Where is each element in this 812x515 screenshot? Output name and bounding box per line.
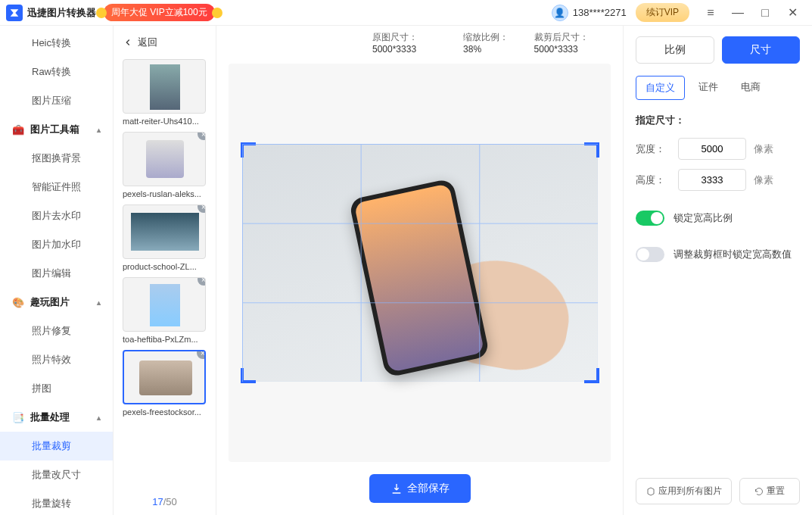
thumbnail-item[interactable]: × toa-heftiba-PxLZm... xyxy=(123,277,207,344)
lock-crop-toggle[interactable] xyxy=(636,247,664,262)
thumbnail-panel: 返回 matt-reiter-Uhs410... × pexels-ruslan… xyxy=(114,26,216,515)
section-title-size: 指定尺寸： xyxy=(636,114,800,127)
sidebar-item-batch-resize[interactable]: 批量改尺寸 xyxy=(0,460,113,489)
mode-tab-ratio[interactable]: 比例 xyxy=(636,36,714,64)
chevron-up-icon: ▴ xyxy=(97,126,101,134)
crop-handle-br[interactable] xyxy=(584,368,599,383)
thumbnail-name: pexels-freestocksor... xyxy=(123,407,206,417)
sub-tab-ecom[interactable]: 电商 xyxy=(732,76,770,100)
scale-value: 38% xyxy=(463,44,481,55)
lock-ratio-label: 锁定宽高比例 xyxy=(674,211,733,225)
sidebar: Heic转换 Raw转换 图片压缩 🧰图片工具箱 ▴ 抠图换背景 智能证件照 图… xyxy=(0,26,114,515)
sidebar-group-fun[interactable]: 🎨趣玩图片 ▴ xyxy=(0,288,113,317)
maximize-icon[interactable]: □ xyxy=(751,2,779,23)
thumbnail-item[interactable]: × product-school-ZL... xyxy=(123,204,207,271)
unit-label: 像素 xyxy=(754,142,773,156)
title-bar: 迅捷图片转换器 周年大促 VIP立减100元 👤 138****2271 续订V… xyxy=(0,0,812,26)
minimize-icon[interactable]: — xyxy=(724,2,751,23)
apply-all-button[interactable]: 应用到所有图片 xyxy=(636,478,732,504)
sidebar-group-label: 图片工具箱 xyxy=(30,123,79,136)
sidebar-item-raw[interactable]: Raw转换 xyxy=(0,58,113,86)
sidebar-group-label: 趣玩图片 xyxy=(30,295,70,309)
sidebar-item-compress[interactable]: 图片压缩 xyxy=(0,86,113,115)
lock-crop-label: 调整裁剪框时锁定宽高数值 xyxy=(674,248,792,261)
width-label: 宽度： xyxy=(636,142,678,156)
cube-icon xyxy=(646,487,655,496)
crop-area[interactable] xyxy=(242,144,598,382)
thumbnail-item[interactable]: × pexels-ruslan-aleks... xyxy=(123,132,207,198)
sub-tab-custom[interactable]: 自定义 xyxy=(636,76,685,100)
thumbnail-name: toa-heftiba-PxLZm... xyxy=(123,335,206,344)
lock-ratio-toggle[interactable] xyxy=(636,211,664,226)
apply-all-label: 应用到所有图片 xyxy=(658,485,722,498)
original-size-value: 5000*3333 xyxy=(372,44,416,55)
crop-size-value: 5000*3333 xyxy=(534,44,578,55)
menu-icon[interactable]: ≡ xyxy=(697,2,724,23)
back-button[interactable]: 返回 xyxy=(114,26,216,59)
user-phone: 138****2271 xyxy=(573,7,627,18)
download-icon xyxy=(390,482,403,495)
sidebar-item-heic[interactable]: Heic转换 xyxy=(0,29,113,58)
sub-tab-id[interactable]: 证件 xyxy=(689,76,727,100)
sidebar-group-label: 批量处理 xyxy=(30,410,70,424)
sidebar-item-collage[interactable]: 拼图 xyxy=(0,374,113,403)
app-title: 迅捷图片转换器 xyxy=(27,6,96,20)
chevron-left-icon xyxy=(123,37,133,48)
crop-size-label: 裁剪后尺寸： xyxy=(534,32,589,42)
sidebar-item-cutout[interactable]: 抠图换背景 xyxy=(0,144,113,173)
thumbnail-counter: 17/50 xyxy=(114,488,216,515)
crop-handle-bl[interactable] xyxy=(241,368,256,383)
thumbnail-name: matt-reiter-Uhs410... xyxy=(123,117,206,126)
width-input[interactable] xyxy=(678,138,746,160)
sidebar-item-batch-rotate[interactable]: 批量旋转 xyxy=(0,489,113,515)
sidebar-item-effects[interactable]: 照片特效 xyxy=(0,345,113,374)
sidebar-group-toolbox[interactable]: 🧰图片工具箱 ▴ xyxy=(0,115,113,144)
thumb-close-icon[interactable]: × xyxy=(197,350,206,359)
sidebar-item-edit[interactable]: 图片编辑 xyxy=(0,259,113,288)
batch-icon: 📑 xyxy=(12,412,24,423)
save-all-label: 全部保存 xyxy=(407,482,450,495)
promo-badge[interactable]: 周年大促 VIP立减100元 xyxy=(104,4,215,21)
thumbnail-item[interactable]: matt-reiter-Uhs410... xyxy=(123,59,207,126)
scale-label: 缩放比例： xyxy=(463,32,509,42)
counter-current: 17 xyxy=(152,496,163,507)
user-avatar[interactable]: 👤 xyxy=(552,5,568,21)
app-logo xyxy=(6,5,23,21)
original-size-label: 原图尺寸： xyxy=(372,32,418,42)
close-icon[interactable]: ✕ xyxy=(779,2,806,23)
unit-label: 像素 xyxy=(754,173,773,187)
sidebar-item-batch-crop[interactable]: 批量裁剪 xyxy=(0,432,113,460)
height-input[interactable] xyxy=(678,169,746,191)
back-label: 返回 xyxy=(138,36,157,49)
toolbox-icon: 🧰 xyxy=(12,124,24,136)
sidebar-item-remove-wm[interactable]: 图片去水印 xyxy=(0,201,113,230)
renew-vip-button[interactable]: 续订VIP xyxy=(636,3,689,22)
thumbnail-item[interactable]: × pexels-freestocksor... xyxy=(123,350,207,417)
settings-panel: 比例 尺寸 自定义 证件 电商 指定尺寸： 宽度： 像素 高度： 像素 锁定宽高… xyxy=(623,26,812,515)
thumbnail-name: pexels-ruslan-aleks... xyxy=(123,189,206,198)
reset-button[interactable]: 重置 xyxy=(739,478,800,504)
reset-label: 重置 xyxy=(767,485,785,498)
save-all-button[interactable]: 全部保存 xyxy=(369,474,471,503)
refresh-icon xyxy=(754,487,764,496)
crop-handle-tr[interactable] xyxy=(584,142,599,158)
thumbnail-name: product-school-ZL... xyxy=(123,262,206,271)
crop-canvas[interactable] xyxy=(229,64,611,462)
image-info-row: 原图尺寸：5000*3333 缩放比例：38% 裁剪后尺寸：5000*3333 xyxy=(229,26,611,59)
mode-tab-size[interactable]: 尺寸 xyxy=(722,36,801,64)
sidebar-item-idphoto[interactable]: 智能证件照 xyxy=(0,173,113,201)
sidebar-item-repair[interactable]: 照片修复 xyxy=(0,317,113,345)
height-label: 高度： xyxy=(636,173,678,187)
thumb-close-icon[interactable]: × xyxy=(198,132,206,140)
sidebar-group-batch[interactable]: 📑批量处理 ▴ xyxy=(0,403,113,432)
canvas-panel: 原图尺寸：5000*3333 缩放比例：38% 裁剪后尺寸：5000*3333 … xyxy=(216,26,623,515)
chevron-up-icon: ▴ xyxy=(97,298,101,307)
fun-icon: 🎨 xyxy=(12,297,24,308)
chevron-up-icon: ▴ xyxy=(97,414,101,422)
thumb-close-icon[interactable]: × xyxy=(198,277,206,286)
thumb-close-icon[interactable]: × xyxy=(198,204,206,213)
sidebar-item-add-wm[interactable]: 图片加水印 xyxy=(0,230,113,259)
crop-handle-tl[interactable] xyxy=(241,142,256,158)
